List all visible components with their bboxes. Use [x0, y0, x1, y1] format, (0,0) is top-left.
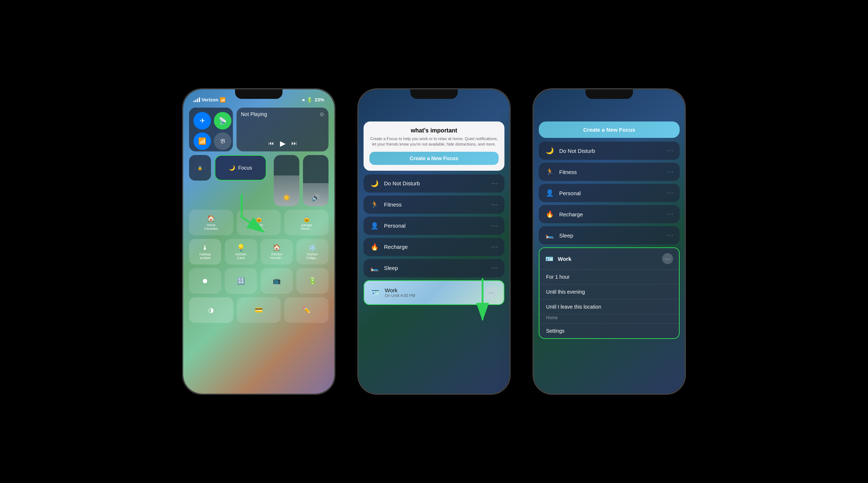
create-focus-btn-p2[interactable]: Create a New Focus: [369, 152, 499, 165]
bluetooth-btn[interactable]: 𝔅: [214, 132, 231, 150]
status-bar-1: Verizon 📶 ◂ 🔋 23%: [183, 89, 334, 105]
app-wallet[interactable]: 💳: [237, 297, 281, 323]
sliders: ☀️ 🔊: [274, 155, 329, 206]
fitness-more-btn[interactable]: ···: [492, 201, 499, 208]
wallet-icon: 💳: [255, 306, 263, 314]
work-option-settings[interactable]: Settings: [539, 324, 679, 338]
work-text-group: Work On Until 4:00 PM: [385, 287, 480, 298]
signal-bars: [193, 97, 200, 102]
work-expanded-more-btn[interactable]: ···: [662, 253, 673, 264]
work-option-location[interactable]: Until I leave this location: [539, 300, 679, 314]
edit-icon: ✏️: [303, 306, 311, 314]
app-garage[interactable]: 🔒 GaragePerch...: [284, 210, 329, 235]
hallway-icon: 🌡: [202, 244, 208, 252]
work-more-icon-p2: ···: [489, 290, 494, 295]
cellular-btn[interactable]: 📡: [214, 112, 231, 130]
focus-item-personal[interactable]: 👤 Personal ···: [364, 217, 504, 235]
p3-item-dnd[interactable]: 🌙 Do Not Disturb ···: [539, 142, 680, 160]
battery-status-icon: 🔋: [308, 277, 316, 285]
notch-space-2: [358, 89, 510, 105]
play-btn[interactable]: ▶: [280, 139, 285, 148]
app-home-favorites[interactable]: 🏠 HomeFavorites: [189, 210, 233, 235]
focus-item-fitness[interactable]: 🏃 Fitness ···: [364, 196, 504, 214]
p3-recharge-more[interactable]: ···: [667, 211, 674, 217]
p3-sleep-label: Sleep: [559, 232, 662, 239]
p3-personal-icon: 👤: [545, 189, 555, 197]
wifi-btn[interactable]: 📶: [193, 132, 211, 150]
p3-fitness-label: Fitness: [559, 169, 662, 175]
work-option-evening[interactable]: Until this evening: [539, 285, 679, 300]
airplay-icon[interactable]: ⊙: [320, 111, 324, 117]
focus-item-work[interactable]: 🪪 Work On Until 4:00 PM ···: [364, 280, 504, 305]
focus-item-sleep[interactable]: 🛏️ Sleep ···: [364, 259, 504, 277]
signal-bar-1: [193, 101, 195, 102]
not-playing-label: Not Playing: [241, 111, 267, 117]
remote-icon: 📺: [273, 277, 281, 285]
p3-personal-more[interactable]: ···: [667, 190, 674, 196]
foyer-label: FoyerFront D...: [252, 223, 266, 231]
lock-icon: 🔒: [197, 166, 203, 170]
cc-apps-row3: ⏺ 🔢 📺 🔋: [189, 268, 329, 294]
dnd-label: Do Not Disturb: [384, 180, 487, 186]
airplane-mode-btn[interactable]: ✈: [193, 112, 211, 130]
app-remote[interactable]: 📺: [261, 268, 293, 294]
phone-3-bg: Create a New Focus 🌙 Do Not Disturb ··· …: [534, 89, 685, 394]
app-kitchen-cans[interactable]: 💡 KitchenCans: [225, 239, 257, 264]
focus-btn[interactable]: 🌙 Focus: [215, 155, 266, 181]
playback-controls: ⏮ ▶ ⏭: [241, 139, 324, 148]
personal-more-btn[interactable]: ···: [492, 223, 499, 229]
app-record[interactable]: ⏺: [189, 268, 221, 294]
dnd-more-btn[interactable]: ···: [492, 180, 499, 187]
signal-bar-2: [195, 100, 196, 102]
calc-icon: 🔢: [237, 277, 245, 285]
phone-1: Verizon 📶 ◂ 🔋 23%: [182, 88, 335, 395]
app-hallway[interactable]: 🌡 Hallwayecobee: [189, 239, 221, 264]
sleep-more-btn[interactable]: ···: [492, 265, 499, 271]
p3-item-recharge[interactable]: 🔥 Recharge ···: [539, 205, 680, 223]
focus-item-dnd[interactable]: 🌙 Do Not Disturb ···: [364, 174, 504, 193]
record-icon: ⏺: [202, 277, 208, 285]
work-expanded-card: 🪪 Work ··· For 1 hour Until this evening…: [539, 247, 680, 339]
now-playing-top: Not Playing ⊙: [241, 111, 324, 117]
phone-2-screen: what's important Create a Focus to help …: [358, 89, 510, 394]
kitchen-cans-icon: 💡: [237, 244, 245, 252]
app-edit[interactable]: ✏️: [284, 297, 329, 323]
rewind-btn[interactable]: ⏮: [268, 140, 274, 147]
app-dark-mode[interactable]: ◑: [189, 297, 233, 323]
work-option-hour[interactable]: For 1 hour: [539, 270, 679, 285]
p3-dnd-more[interactable]: ···: [667, 147, 674, 154]
sleep-icon: 🛏️: [369, 264, 380, 272]
garage-icon: 🔒: [303, 215, 311, 223]
personal-icon: 👤: [369, 222, 380, 230]
screen-lock-btn[interactable]: 🔒: [189, 155, 211, 181]
fast-forward-btn[interactable]: ⏭: [291, 140, 297, 147]
p3-item-fitness[interactable]: 🏃 Fitness ···: [539, 163, 680, 181]
p3-dnd-label: Do Not Disturb: [559, 148, 662, 154]
app-foyer[interactable]: 🔒 FoyerFront D...: [237, 210, 281, 235]
p3-fitness-icon: 🏃: [545, 168, 555, 176]
kitchen-home-icon: 🏠: [273, 244, 281, 252]
work-more-btn-p2[interactable]: ···: [485, 286, 498, 299]
app-calc[interactable]: 🔢: [225, 268, 257, 294]
p3-fitness-more[interactable]: ···: [667, 169, 674, 175]
p3-item-personal[interactable]: 👤 Personal ···: [539, 184, 680, 202]
create-focus-btn-p3[interactable]: Create a New Focus: [539, 121, 680, 138]
cc-row2: 🔒 🌙 Focus ☀️: [189, 155, 329, 206]
p3-personal-label: Personal: [559, 190, 662, 196]
recharge-more-btn[interactable]: ···: [492, 244, 499, 250]
focus-header-subtitle: Create a Focus to help you work or to re…: [369, 136, 499, 147]
p3-item-sleep[interactable]: 🛏️ Sleep ···: [539, 226, 680, 244]
volume-slider[interactable]: 🔊: [303, 155, 329, 206]
fitness-icon: 🏃: [369, 201, 380, 209]
app-battery[interactable]: 🔋: [296, 268, 329, 294]
focus-item-recharge[interactable]: 🔥 Recharge ···: [364, 238, 504, 256]
app-kitchen-fridge[interactable]: ❄️ KitchenFridge...: [296, 239, 329, 264]
now-playing-box: Not Playing ⊙ ⏮ ▶ ⏭: [237, 108, 329, 151]
brightness-slider[interactable]: ☀️: [274, 155, 299, 206]
home-icon: 🏠: [207, 215, 215, 223]
p3-sleep-more[interactable]: ···: [667, 232, 674, 239]
scene: Verizon 📶 ◂ 🔋 23%: [0, 0, 868, 483]
recharge-icon: 🔥: [369, 243, 380, 251]
battery-icon: 🔋: [307, 97, 312, 103]
app-kitchen-home[interactable]: 🏠 KitchenHomeP...: [261, 239, 293, 264]
